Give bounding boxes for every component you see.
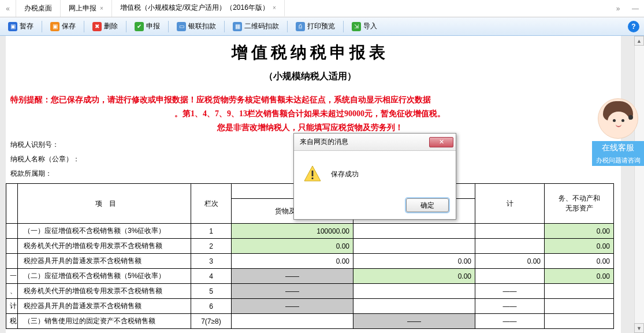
btn-label: 申报 xyxy=(146,21,160,31)
delete-icon: ✖ xyxy=(92,22,102,31)
tab-label: 网上申报 xyxy=(69,3,96,13)
table-row: 一（二）应征增值税不含税销售额（5%征收率）4——0.000.00 xyxy=(6,269,614,284)
row-lanci: 1 xyxy=(191,224,232,239)
cell-value[interactable]: —— xyxy=(475,299,545,314)
cell-value[interactable] xyxy=(545,299,614,314)
tabs-prev-button[interactable]: « xyxy=(0,0,16,17)
btn-label: 打印预览 xyxy=(307,21,335,31)
row-lanci: 4 xyxy=(191,269,232,284)
cell-value[interactable] xyxy=(232,314,353,329)
minimize-button[interactable]: — xyxy=(627,0,644,17)
tab-label: 办税桌面 xyxy=(24,3,52,13)
btn-temp-save[interactable]: ▣暂存 xyxy=(5,20,37,33)
form-subtitle: （小规模纳税人适用） xyxy=(6,71,614,83)
table-row: 、税务机关代开的增值税专用发票不含税销售额5———— xyxy=(6,284,614,299)
dialog-close-button[interactable]: ✕ xyxy=(429,137,453,147)
tab-desktop[interactable]: 办税桌面 xyxy=(16,0,61,17)
btn-label: 删除 xyxy=(104,21,118,31)
th-sum-pre: 计 xyxy=(475,184,545,224)
toolbar: ▣暂存 ▣保存 ✖删除 ✔申报 ▭银联扣款 ▦二维码扣款 ⎙打印预览 ⇲导入 ? xyxy=(0,17,644,36)
cell-value[interactable]: 0.00 xyxy=(232,239,353,254)
btn-qrpay[interactable]: ▦二维码扣款 xyxy=(229,20,282,33)
cell-value[interactable]: 0.00 xyxy=(353,254,475,269)
cell-value[interactable]: 0.00 xyxy=(232,254,353,269)
cell-value[interactable]: —— xyxy=(353,314,475,329)
th-item: 项 目 xyxy=(18,184,191,224)
qr-icon: ▦ xyxy=(233,22,242,31)
table-row: 税控器具开具的普通发票不含税销售额30.000.000.000.00 xyxy=(6,254,614,269)
scrollbar-down-button[interactable]: ▼ xyxy=(634,323,644,333)
scrollbar-up-button[interactable]: ▲ xyxy=(634,36,644,46)
cell-value[interactable]: —— xyxy=(232,284,353,299)
table-row: 税（三）销售使用过的固定资产不含税销售额7(7≥8)———— xyxy=(6,314,614,329)
row-side-label: 一 xyxy=(6,269,18,284)
warning-icon xyxy=(303,165,322,183)
row-lanci: 6 xyxy=(191,299,232,314)
cell-value[interactable] xyxy=(475,224,545,239)
cell-value[interactable] xyxy=(545,314,614,329)
dialog-message: 保存成功 xyxy=(331,169,359,179)
cell-value[interactable]: —— xyxy=(475,314,545,329)
cell-value[interactable]: 0.00 xyxy=(545,224,614,239)
cell-value[interactable] xyxy=(545,284,614,299)
btn-unionpay[interactable]: ▭银联扣款 xyxy=(173,20,219,33)
btn-declare[interactable]: ✔申报 xyxy=(131,20,163,33)
scrollbar-track[interactable] xyxy=(634,46,644,323)
row-item-label: （二）应征增值税不含税销售额（5%征收率） xyxy=(18,269,191,284)
cell-value[interactable]: 0.00 xyxy=(545,254,614,269)
cell-value[interactable] xyxy=(475,269,545,284)
row-side-label: 计 xyxy=(6,299,18,314)
btn-label: 暂存 xyxy=(20,21,33,31)
table-row: （一）应征增值税不含税销售额（3%征收率）1100000.000.00 xyxy=(6,224,614,239)
row-item-label: 税务机关代开的增值税专用发票不含税销售额 xyxy=(18,284,191,299)
warning-text: 特别提醒：您已保存成功，请进行修改或申报数据！应税货物劳务核定销售额未达起征点，… xyxy=(6,83,614,138)
th-sum-suf: 务、不动产和无形资产 xyxy=(545,184,614,224)
cell-value[interactable]: 0.00 xyxy=(353,269,475,284)
cell-value[interactable] xyxy=(353,299,475,314)
help-button[interactable]: ? xyxy=(628,21,639,32)
btn-print-preview[interactable]: ⎙打印预览 xyxy=(292,20,338,33)
tab-strip: « 办税桌面 网上申报× 增值税（小规模核定/双定户适用）（2016年版）× »… xyxy=(0,0,644,17)
cell-value[interactable]: 0.00 xyxy=(545,269,614,284)
btn-import[interactable]: ⇲导入 xyxy=(348,20,381,33)
btn-delete[interactable]: ✖删除 xyxy=(89,20,121,33)
alert-dialog: 来自网页的消息 ✕ 保存成功 确定 xyxy=(293,133,456,220)
cell-value[interactable]: —— xyxy=(232,269,353,284)
tab-vat-form[interactable]: 增值税（小规模核定/双定户适用）（2016年版）× xyxy=(112,0,285,17)
close-icon[interactable]: × xyxy=(100,5,103,12)
btn-save[interactable]: ▣保存 xyxy=(47,20,79,33)
row-item-label: 税控器具开具的普通发票不含税销售额 xyxy=(18,299,191,314)
row-lanci: 2 xyxy=(191,239,232,254)
support-widget[interactable]: 在线客服 办税问题请咨询 xyxy=(592,98,644,166)
warn-line3: 您是非营改增纳税人，只能填写应税货物及劳务列！ xyxy=(10,121,609,135)
cell-value[interactable]: —— xyxy=(475,284,545,299)
card-icon: ▭ xyxy=(177,22,186,31)
cell-value[interactable]: 100000.00 xyxy=(232,224,353,239)
row-side-label xyxy=(6,224,18,239)
support-avatar xyxy=(598,98,638,139)
cell-value[interactable] xyxy=(353,239,475,254)
row-side-label xyxy=(6,239,18,254)
cell-value[interactable] xyxy=(475,239,545,254)
tab-label: 增值税（小规模核定/双定户适用）（2016年版） xyxy=(120,3,269,13)
tabs-next-button[interactable]: » xyxy=(609,0,627,17)
cell-value[interactable]: 0.00 xyxy=(545,239,614,254)
cell-value[interactable]: —— xyxy=(232,299,353,314)
support-title: 在线客服 xyxy=(592,141,644,155)
disk-icon: ▣ xyxy=(8,22,17,31)
close-icon[interactable]: × xyxy=(273,5,276,11)
row-side-label: 税 xyxy=(6,314,18,329)
import-icon: ⇲ xyxy=(352,22,361,31)
row-lanci: 3 xyxy=(191,254,232,269)
row-item-label: 税务机关代开的增值税专用发票不含税销售额 xyxy=(18,239,191,254)
cell-value[interactable] xyxy=(353,224,475,239)
cell-value[interactable] xyxy=(353,284,475,299)
dialog-title: 来自网页的消息 xyxy=(300,137,348,147)
row-side-label: 、 xyxy=(6,284,18,299)
support-subtitle: 办税问题请咨询 xyxy=(592,155,644,166)
tab-online-declare[interactable]: 网上申报× xyxy=(61,0,112,17)
cell-value[interactable]: 0.00 xyxy=(475,254,545,269)
row-lanci: 5 xyxy=(191,284,232,299)
svg-rect-1 xyxy=(312,171,314,176)
dialog-ok-button[interactable]: 确定 xyxy=(406,198,449,212)
